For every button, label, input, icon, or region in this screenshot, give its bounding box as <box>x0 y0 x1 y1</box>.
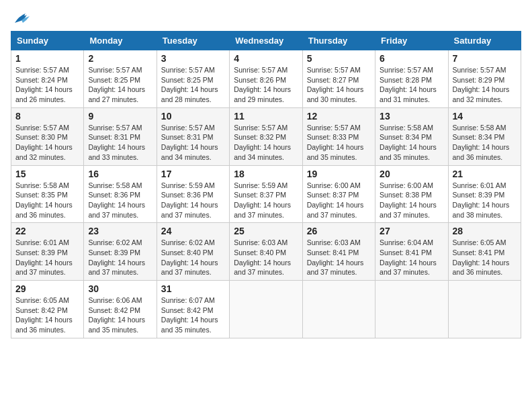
day-number: 20 <box>380 169 443 179</box>
day-number: 17 <box>161 169 225 179</box>
day-number: 27 <box>380 226 443 236</box>
cell-info: Sunrise: 6:01 AMSunset: 8:39 PMDaylight:… <box>15 238 73 276</box>
calendar-cell: 27Sunrise: 6:04 AMSunset: 8:41 PMDayligh… <box>375 223 448 281</box>
column-header-saturday: Saturday <box>448 32 521 50</box>
day-number: 11 <box>234 111 298 122</box>
week-row-5: 29Sunrise: 6:05 AMSunset: 8:42 PMDayligh… <box>11 281 521 338</box>
calendar-cell: 3Sunrise: 5:57 AMSunset: 8:25 PMDaylight… <box>157 50 229 108</box>
cell-info: Sunrise: 5:57 AMSunset: 8:25 PMDaylight:… <box>88 66 145 103</box>
calendar-cell: 15Sunrise: 5:58 AMSunset: 8:35 PMDayligh… <box>11 165 84 223</box>
calendar-cell: 16Sunrise: 5:58 AMSunset: 8:36 PMDayligh… <box>84 165 157 223</box>
calendar-cell: 9Sunrise: 5:57 AMSunset: 8:31 PMDaylight… <box>84 107 157 165</box>
calendar-table: SundayMondayTuesdayWednesdayThursdayFrid… <box>11 31 521 338</box>
day-number: 31 <box>161 283 225 294</box>
day-number: 16 <box>88 169 152 179</box>
column-header-wednesday: Wednesday <box>230 32 302 50</box>
day-number: 4 <box>234 53 298 64</box>
cell-info: Sunrise: 5:57 AMSunset: 8:27 PMDaylight:… <box>307 66 364 103</box>
calendar-cell <box>448 281 521 338</box>
day-number: 1 <box>15 53 79 64</box>
day-number: 22 <box>15 226 79 236</box>
calendar-cell: 29Sunrise: 6:05 AMSunset: 8:42 PMDayligh… <box>11 281 84 338</box>
cell-info: Sunrise: 5:57 AMSunset: 8:29 PMDaylight:… <box>453 66 510 103</box>
week-row-1: 1Sunrise: 5:57 AMSunset: 8:24 PMDaylight… <box>11 50 521 108</box>
calendar-cell: 24Sunrise: 6:02 AMSunset: 8:40 PMDayligh… <box>157 223 229 281</box>
cell-info: Sunrise: 5:58 AMSunset: 8:34 PMDaylight:… <box>380 124 437 161</box>
column-header-sunday: Sunday <box>11 32 84 50</box>
day-number: 29 <box>15 283 79 294</box>
cell-info: Sunrise: 5:58 AMSunset: 8:35 PMDaylight:… <box>15 181 73 219</box>
cell-info: Sunrise: 6:02 AMSunset: 8:40 PMDaylight:… <box>161 238 218 276</box>
cell-info: Sunrise: 6:00 AMSunset: 8:38 PMDaylight:… <box>380 181 437 219</box>
cell-info: Sunrise: 6:07 AMSunset: 8:42 PMDaylight:… <box>161 296 218 334</box>
calendar-cell: 4Sunrise: 5:57 AMSunset: 8:26 PMDaylight… <box>230 50 302 108</box>
column-header-thursday: Thursday <box>302 32 375 50</box>
calendar-cell: 22Sunrise: 6:01 AMSunset: 8:39 PMDayligh… <box>11 223 84 281</box>
cell-info: Sunrise: 5:57 AMSunset: 8:30 PMDaylight:… <box>15 124 73 161</box>
day-number: 8 <box>15 111 79 122</box>
calendar-cell: 18Sunrise: 5:59 AMSunset: 8:37 PMDayligh… <box>230 165 302 223</box>
logo <box>11 11 31 26</box>
cell-info: Sunrise: 5:57 AMSunset: 8:33 PMDaylight:… <box>307 124 364 161</box>
calendar-cell: 13Sunrise: 5:58 AMSunset: 8:34 PMDayligh… <box>375 107 448 165</box>
day-number: 5 <box>307 53 371 64</box>
calendar-cell: 8Sunrise: 5:57 AMSunset: 8:30 PMDaylight… <box>11 107 84 165</box>
day-number: 21 <box>453 169 517 179</box>
cell-info: Sunrise: 5:59 AMSunset: 8:36 PMDaylight:… <box>161 181 218 219</box>
cell-info: Sunrise: 5:57 AMSunset: 8:31 PMDaylight:… <box>88 124 145 161</box>
calendar-cell: 5Sunrise: 5:57 AMSunset: 8:27 PMDaylight… <box>302 50 375 108</box>
calendar-cell: 25Sunrise: 6:03 AMSunset: 8:40 PMDayligh… <box>230 223 302 281</box>
page-header <box>11 11 521 26</box>
logo-bird-icon <box>12 11 31 26</box>
day-number: 19 <box>307 169 371 179</box>
cell-info: Sunrise: 5:57 AMSunset: 8:31 PMDaylight:… <box>161 124 218 161</box>
day-number: 30 <box>88 283 152 294</box>
cell-info: Sunrise: 5:57 AMSunset: 8:28 PMDaylight:… <box>380 66 437 103</box>
cell-info: Sunrise: 6:05 AMSunset: 8:42 PMDaylight:… <box>15 296 73 334</box>
day-number: 14 <box>453 111 517 122</box>
day-number: 23 <box>88 226 152 236</box>
calendar-cell: 10Sunrise: 5:57 AMSunset: 8:31 PMDayligh… <box>157 107 229 165</box>
calendar-cell: 19Sunrise: 6:00 AMSunset: 8:37 PMDayligh… <box>302 165 375 223</box>
cell-info: Sunrise: 5:58 AMSunset: 8:36 PMDaylight:… <box>88 181 145 219</box>
calendar-cell: 20Sunrise: 6:00 AMSunset: 8:38 PMDayligh… <box>375 165 448 223</box>
cell-info: Sunrise: 5:59 AMSunset: 8:37 PMDaylight:… <box>234 181 291 219</box>
day-number: 24 <box>161 226 225 236</box>
cell-info: Sunrise: 6:06 AMSunset: 8:42 PMDaylight:… <box>88 296 145 334</box>
calendar-cell: 17Sunrise: 5:59 AMSunset: 8:36 PMDayligh… <box>157 165 229 223</box>
calendar-cell <box>302 281 375 338</box>
cell-info: Sunrise: 6:04 AMSunset: 8:41 PMDaylight:… <box>380 238 437 276</box>
header-row: SundayMondayTuesdayWednesdayThursdayFrid… <box>11 32 521 50</box>
calendar-cell: 2Sunrise: 5:57 AMSunset: 8:25 PMDaylight… <box>84 50 157 108</box>
day-number: 7 <box>453 53 517 64</box>
calendar-cell: 7Sunrise: 5:57 AMSunset: 8:29 PMDaylight… <box>448 50 521 108</box>
calendar-cell: 31Sunrise: 6:07 AMSunset: 8:42 PMDayligh… <box>157 281 229 338</box>
week-row-4: 22Sunrise: 6:01 AMSunset: 8:39 PMDayligh… <box>11 223 521 281</box>
day-number: 12 <box>307 111 371 122</box>
cell-info: Sunrise: 5:58 AMSunset: 8:34 PMDaylight:… <box>453 124 510 161</box>
day-number: 18 <box>234 169 298 179</box>
day-number: 26 <box>307 226 371 236</box>
calendar-cell: 23Sunrise: 6:02 AMSunset: 8:39 PMDayligh… <box>84 223 157 281</box>
day-number: 6 <box>380 53 443 64</box>
calendar-cell: 30Sunrise: 6:06 AMSunset: 8:42 PMDayligh… <box>84 281 157 338</box>
calendar-cell: 26Sunrise: 6:03 AMSunset: 8:41 PMDayligh… <box>302 223 375 281</box>
cell-info: Sunrise: 5:57 AMSunset: 8:32 PMDaylight:… <box>234 124 291 161</box>
column-header-monday: Monday <box>84 32 157 50</box>
day-number: 2 <box>88 53 152 64</box>
day-number: 15 <box>15 169 79 179</box>
column-header-tuesday: Tuesday <box>157 32 229 50</box>
cell-info: Sunrise: 5:57 AMSunset: 8:24 PMDaylight:… <box>15 66 73 103</box>
day-number: 25 <box>234 226 298 236</box>
week-row-3: 15Sunrise: 5:58 AMSunset: 8:35 PMDayligh… <box>11 165 521 223</box>
calendar-cell: 11Sunrise: 5:57 AMSunset: 8:32 PMDayligh… <box>230 107 302 165</box>
week-row-2: 8Sunrise: 5:57 AMSunset: 8:30 PMDaylight… <box>11 107 521 165</box>
calendar-cell: 21Sunrise: 6:01 AMSunset: 8:39 PMDayligh… <box>448 165 521 223</box>
day-number: 3 <box>161 53 225 64</box>
column-header-friday: Friday <box>375 32 448 50</box>
day-number: 28 <box>453 226 517 236</box>
calendar-cell: 12Sunrise: 5:57 AMSunset: 8:33 PMDayligh… <box>302 107 375 165</box>
cell-info: Sunrise: 6:01 AMSunset: 8:39 PMDaylight:… <box>453 181 510 219</box>
calendar-cell: 28Sunrise: 6:05 AMSunset: 8:41 PMDayligh… <box>448 223 521 281</box>
calendar-cell: 1Sunrise: 5:57 AMSunset: 8:24 PMDaylight… <box>11 50 84 108</box>
